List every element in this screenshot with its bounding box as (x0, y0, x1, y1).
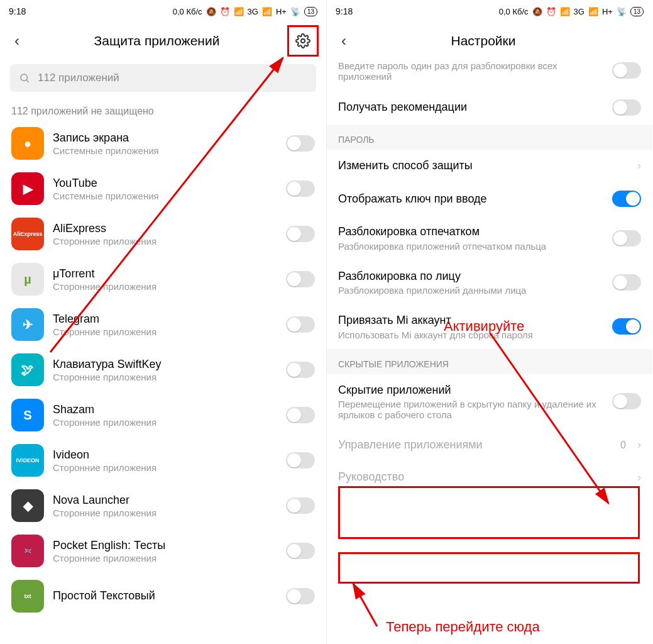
app-subtitle: Системные приложения (53, 191, 277, 201)
app-row[interactable]: ▶YouTubeСистемные приложения (0, 166, 326, 211)
app-title: Простой Текстовый (53, 589, 277, 603)
section-hidden-apps: СКРЫТЫЕ ПРИЛОЖЕНИЯ (327, 349, 652, 374)
header: ‹ Защита приложений (0, 23, 326, 59)
setting-manage-apps[interactable]: Управление приложениями 0 › (327, 429, 652, 461)
alarm-icon: ⏰ (220, 7, 230, 16)
back-button[interactable]: ‹ (334, 32, 353, 50)
app-icon: S (11, 399, 44, 431)
app-icon: ◆ (11, 489, 44, 522)
toggle-hide-apps[interactable] (612, 393, 641, 409)
app-row[interactable]: µμTorrentСторонние приложения (0, 257, 326, 302)
section-password: ПАРОЛЬ (327, 125, 652, 150)
app-title: μTorrent (53, 267, 277, 281)
app-icon: 🕊 (11, 353, 44, 386)
toggle-face-unlock[interactable] (612, 274, 641, 291)
app-icon: ▶ (11, 172, 44, 205)
toggle-mi-account[interactable] (612, 318, 641, 335)
toggle-group-unlock[interactable] (612, 62, 641, 79)
app-subtitle: Сторонние приложения (53, 372, 277, 382)
network-3g: 3G (248, 7, 258, 16)
setting-mi-account[interactable]: Привязать Mi аккаунт Использовать Mi акк… (327, 304, 652, 348)
app-title: Telegram (53, 312, 277, 326)
battery-icon: 13 (304, 7, 317, 16)
app-title: Ivideon (53, 448, 277, 462)
app-icon: ✈ (11, 308, 44, 341)
setting-face-unlock[interactable]: Разблокировка по лицу Разблокировка прил… (327, 260, 652, 304)
battery-icon: 13 (630, 7, 644, 16)
toggle-app-lock[interactable] (286, 497, 315, 514)
toggle-app-lock[interactable] (286, 588, 315, 604)
signal2-icon: 📶 (262, 7, 272, 16)
app-subtitle: Сторонние приложения (53, 462, 277, 473)
app-row[interactable]: SShazamСторонние приложения (0, 392, 326, 438)
mute-icon: 🔕 (206, 7, 216, 16)
network-hplus: H+ (602, 7, 613, 16)
setting-recommendations[interactable]: Получать рекомендации (327, 91, 652, 125)
svg-point-0 (301, 39, 305, 43)
app-title: Nova Launcher (53, 493, 277, 508)
app-row[interactable]: AliExpressAliExpressСторонние приложения (0, 211, 326, 257)
toggle-app-lock[interactable] (286, 226, 315, 242)
app-title: Клавиатура SwiftKey (53, 357, 277, 372)
toggle-app-lock[interactable] (286, 316, 315, 333)
app-icon: txt (11, 580, 44, 613)
wifi-icon: 📡 (617, 7, 627, 16)
app-subtitle: Сторонние приложения (53, 281, 277, 292)
toggle-app-lock[interactable] (286, 271, 315, 287)
setting-fingerprint[interactable]: Разблокировка отпечатком Разблокировка п… (327, 216, 652, 260)
app-title: Shazam (53, 402, 277, 417)
app-row[interactable]: 🇬🇧Pocket English: ТестыСторонние приложе… (0, 528, 326, 574)
toggle-app-lock[interactable] (286, 543, 315, 559)
toggle-app-lock[interactable] (286, 452, 315, 469)
app-row[interactable]: ✈TelegramСторонние приложения (0, 302, 326, 347)
app-subtitle: Сторонние приложения (53, 236, 277, 247)
app-title: Pocket English: Тесты (53, 538, 277, 553)
time: 9:18 (9, 6, 26, 16)
signal-icon: 📶 (234, 7, 244, 16)
app-row[interactable]: ◆Nova LauncherСторонние приложения (0, 483, 326, 528)
toggle-app-lock[interactable] (286, 180, 315, 197)
toggle-app-lock[interactable] (286, 407, 315, 423)
setting-change-method[interactable]: Изменить способ защиты › (327, 150, 652, 182)
back-button[interactable]: ‹ (8, 32, 26, 50)
settings-button[interactable] (287, 25, 319, 57)
gear-icon (295, 33, 310, 48)
toggle-fingerprint[interactable] (612, 230, 641, 247)
app-subtitle: Сторонние приложения (53, 553, 277, 564)
app-subtitle: Системные приложения (53, 145, 277, 156)
setting-hide-apps[interactable]: Скрытие приложений Перемещение приложени… (327, 374, 652, 429)
page-title: Настройки (353, 33, 613, 48)
phone-right: 9:18 0,0 Кб/с 🔕 ⏰ 📶 3G 📶 H+ 📡 13 ‹ Настр… (326, 0, 652, 644)
search-input[interactable]: 112 приложений (10, 64, 316, 92)
app-icon: 🇬🇧 (11, 535, 44, 567)
app-title: AliExpress (53, 221, 277, 236)
chevron-right-icon: › (637, 438, 641, 452)
toggle-recommendations[interactable] (612, 99, 641, 116)
search-icon (19, 72, 30, 84)
setting-guide[interactable]: Руководство › (327, 461, 652, 486)
setting-show-key[interactable]: Отображать ключ при вводе (327, 182, 652, 216)
time: 9:18 (336, 6, 353, 16)
setting-group-unlock[interactable]: Введите пароль один раз для разблокировк… (327, 59, 652, 91)
statusbar: 9:18 0,0 Кб/с 🔕 ⏰ 📶 3G 📶 H+ 📡 13 (327, 0, 652, 23)
page-title: Защита приложений (26, 33, 287, 48)
manage-count: 0 (620, 440, 626, 451)
app-row[interactable]: ●Запись экранаСистемные приложения (0, 121, 326, 166)
section-label: 112 приложений не защищено (0, 101, 326, 121)
data-speed: 0,0 Кб/с (173, 7, 202, 16)
network-3g: 3G (574, 7, 584, 16)
toggle-app-lock[interactable] (286, 362, 315, 378)
app-row[interactable]: txtПростой Текстовый (0, 574, 326, 619)
signal2-icon: 📶 (588, 7, 598, 16)
toggle-app-lock[interactable] (286, 135, 315, 152)
header: ‹ Настройки (327, 23, 652, 59)
app-row[interactable]: IVIDEONIvideonСторонние приложения (0, 438, 326, 483)
alarm-icon: ⏰ (546, 7, 556, 16)
toggle-show-key[interactable] (612, 191, 641, 207)
app-title: YouTube (53, 176, 277, 191)
app-icon: ● (11, 127, 44, 160)
app-row[interactable]: 🕊Клавиатура SwiftKeyСторонние приложения (0, 347, 326, 392)
app-icon: IVIDEON (11, 444, 44, 477)
wifi-icon: 📡 (290, 7, 300, 16)
search-placeholder: 112 приложений (38, 72, 119, 84)
